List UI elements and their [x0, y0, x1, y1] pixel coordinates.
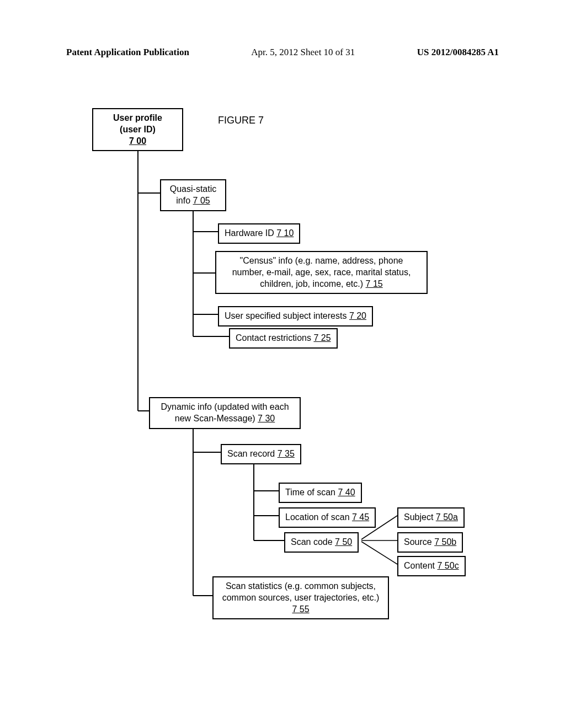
box-census-info: "Census" info (e.g. name, address, phone…	[215, 251, 428, 294]
box-label: children, job, income, etc.)	[260, 279, 365, 288]
box-ref: 7 50	[335, 537, 352, 547]
diagram-container: FIGURE 7 User profile (user ID) 7 00 Qua…	[0, 99, 565, 706]
box-label: User profile	[113, 113, 162, 122]
box-label: User specified subject interests	[225, 311, 349, 320]
box-ref: 7 50a	[436, 512, 458, 522]
box-location-of-scan: Location of scan 7 45	[279, 507, 376, 528]
box-ref: 7 30	[258, 414, 275, 423]
box-user-interests: User specified subject interests 7 20	[218, 306, 373, 326]
box-dynamic-info: Dynamic info (updated with each new Scan…	[149, 397, 301, 429]
header-center: Apr. 5, 2012 Sheet 10 of 31	[251, 47, 355, 58]
box-ref: 7 15	[366, 279, 383, 288]
box-ref: 7 50b	[434, 537, 456, 547]
box-label: common sources, user trajectories, etc.)	[222, 593, 380, 602]
box-quasi-static: Quasi-static info 7 05	[160, 179, 226, 211]
box-label: info	[176, 196, 193, 205]
header-left: Patent Application Publication	[66, 47, 189, 58]
box-label: Dynamic info (updated with each	[161, 402, 289, 411]
box-label: Subject	[404, 512, 436, 522]
box-ref: 7 00	[129, 136, 146, 146]
box-label: Source	[404, 537, 434, 547]
box-ref: 7 40	[338, 488, 355, 497]
box-label: Scan record	[227, 449, 278, 458]
header-right: US 2012/0084285 A1	[417, 47, 499, 58]
box-scan-statistics: Scan statistics (e.g. common subjects, c…	[212, 576, 389, 619]
box-content: Content 7 50c	[397, 556, 466, 576]
box-label: "Census" info (e.g. name, address, phone	[240, 256, 403, 265]
box-ref: 7 45	[352, 512, 369, 522]
box-label: Scan code	[291, 537, 335, 547]
box-ref: 7 20	[349, 311, 366, 320]
box-scan-code: Scan code 7 50	[284, 532, 359, 553]
box-label: Time of scan	[285, 488, 338, 497]
box-user-profile: User profile (user ID) 7 00	[92, 108, 183, 151]
box-ref: 7 50c	[437, 561, 459, 570]
box-subject: Subject 7 50a	[397, 507, 465, 528]
box-ref: 7 05	[193, 196, 210, 205]
box-ref: 7 35	[278, 449, 295, 458]
box-label: Location of scan	[285, 512, 352, 522]
box-label: (user ID)	[120, 125, 156, 134]
box-time-of-scan: Time of scan 7 40	[279, 483, 362, 503]
box-ref: 7 10	[276, 228, 294, 238]
figure-title: FIGURE 7	[218, 115, 264, 126]
box-ref: 7 25	[313, 333, 331, 342]
box-label: number, e-mail, age, sex, race, marital …	[232, 267, 411, 277]
box-ref: 7 55	[292, 604, 309, 614]
box-scan-record: Scan record 7 35	[221, 444, 301, 464]
box-label: Quasi-static	[170, 184, 216, 194]
box-hardware-id: Hardware ID 7 10	[218, 223, 300, 244]
box-source: Source 7 50b	[397, 532, 463, 553]
box-label: Scan statistics (e.g. common subjects,	[226, 581, 376, 591]
box-label: new Scan-Message)	[175, 414, 258, 423]
box-label: Contact restrictions	[236, 333, 313, 342]
box-contact-restrictions: Contact restrictions 7 25	[229, 328, 338, 349]
box-label: Content	[404, 561, 437, 570]
svg-line-17	[361, 542, 397, 564]
box-label: Hardware ID	[225, 228, 276, 238]
page-header: Patent Application Publication Apr. 5, 2…	[0, 47, 565, 58]
